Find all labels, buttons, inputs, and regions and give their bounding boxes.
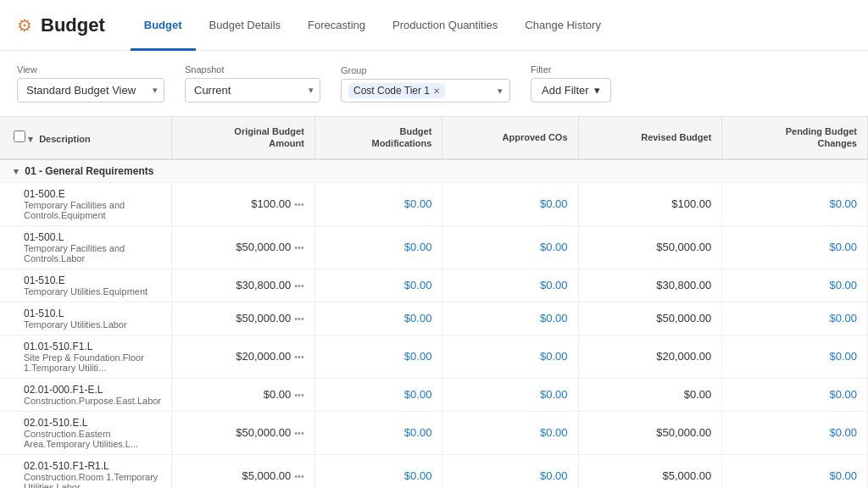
expand-all-icon[interactable]: ▾ <box>28 134 33 144</box>
row-description: 01-510.L Temporary Utilities.Labor <box>0 302 172 335</box>
row-original: $50,000.00 ••• <box>172 225 315 269</box>
snapshot-control: Snapshot Current ▾ <box>185 64 320 103</box>
row-desc: Site Prep & Foundation.Floor 1.Temporary… <box>24 352 161 373</box>
logo-icon: ⚙ <box>17 15 32 36</box>
row-revised: $50,000.00 <box>578 302 722 335</box>
row-cos: $0.00 <box>442 269 578 302</box>
row-more-icon[interactable]: ••• <box>294 199 304 209</box>
controls-bar: View Standard Budget View ▾ Snapshot Cur… <box>0 51 868 117</box>
nav-item-production-quantities[interactable]: Production Quantities <box>379 10 511 40</box>
view-select[interactable]: Standard Budget View <box>17 78 164 103</box>
row-revised: $5,000.00 <box>578 454 722 488</box>
row-original: $5,000.00 ••• <box>172 454 315 488</box>
row-pending: $0.00 <box>722 302 868 335</box>
group-tag-close-icon[interactable]: ✕ <box>433 86 440 96</box>
revised-budget-col-header: Revised Budget <box>578 117 722 159</box>
approved-cos-col-header: Approved COs <box>442 117 578 159</box>
group-label-01: ▾ 01 - General Requirements <box>0 159 868 183</box>
row-pending: $0.00 <box>722 225 868 269</box>
filter-arrow-icon: ▾ <box>594 84 600 97</box>
row-cos: $0.00 <box>442 182 578 225</box>
row-description: 01.01-510.F1.L Site Prep & Foundation.Fl… <box>0 335 172 378</box>
row-revised: $30,800.00 <box>578 269 722 302</box>
filter-control: Filter Add Filter ▾ <box>531 64 611 103</box>
budget-table-container: ▾ Description Original BudgetAmount Budg… <box>0 117 868 488</box>
table-row: 02.01-510.E.L Construction.Eastern Area.… <box>0 411 868 454</box>
row-more-icon[interactable]: ••• <box>294 280 304 291</box>
row-pending: $0.00 <box>722 269 868 302</box>
select-all-checkbox[interactable] <box>14 130 25 142</box>
group-tag-container[interactable]: Cost Code Tier 1 ✕ ▾ <box>341 79 510 103</box>
row-cos: $0.00 <box>442 302 578 335</box>
row-pending: $0.00 <box>722 454 868 488</box>
row-more-icon[interactable]: ••• <box>294 390 304 400</box>
row-revised: $20,000.00 <box>578 335 722 378</box>
row-original: $50,000.00 ••• <box>172 302 315 335</box>
row-pending: $0.00 <box>722 182 868 225</box>
table-row: 01-500.L Temporary Facilities and Contro… <box>0 225 868 269</box>
row-desc: Construction.Purpose.East.Labor <box>24 396 161 406</box>
row-more-icon[interactable]: ••• <box>294 352 304 362</box>
row-more-icon[interactable]: ••• <box>294 313 304 324</box>
group-select-arrow-icon: ▾ <box>498 86 503 97</box>
row-more-icon[interactable]: ••• <box>294 471 304 481</box>
row-cos: $0.00 <box>442 454 578 488</box>
original-budget-col-header: Original BudgetAmount <box>172 117 315 159</box>
row-code: 02.01-510.E.L <box>24 417 161 429</box>
row-more-icon[interactable]: ••• <box>294 428 304 438</box>
row-original: $30,800.00 ••• <box>172 269 315 302</box>
group-row-01: ▾ 01 - General Requirements <box>0 159 868 183</box>
main-nav: Budget Budget Details Forecasting Produc… <box>131 10 615 40</box>
row-mods: $0.00 <box>314 225 442 269</box>
filter-label: Filter <box>531 64 611 75</box>
row-code: 01-500.L <box>24 231 161 243</box>
snapshot-select-wrapper: Current ▾ <box>185 78 320 103</box>
row-description: 02.01-510.F1-R1.L Construction.Room 1.Te… <box>0 454 172 488</box>
description-col-header: Description <box>39 134 91 144</box>
table-row: 01.01-510.F1.L Site Prep & Foundation.Fl… <box>0 335 868 378</box>
row-pending: $0.00 <box>722 411 868 454</box>
row-cos: $0.00 <box>442 225 578 269</box>
row-mods: $0.00 <box>314 411 442 454</box>
row-cos: $0.00 <box>442 378 578 411</box>
row-revised: $50,000.00 <box>578 225 722 269</box>
table-row: 02.01-000.F1-E.L Construction.Purpose.Ea… <box>0 378 868 411</box>
nav-item-change-history[interactable]: Change History <box>511 10 615 40</box>
nav-item-budget-details[interactable]: Budget Details <box>196 10 295 40</box>
row-cos: $0.00 <box>442 411 578 454</box>
row-description: 01-500.L Temporary Facilities and Contro… <box>0 225 172 269</box>
row-code: 01.01-510.F1.L <box>24 341 161 352</box>
row-mods: $0.00 <box>314 454 442 488</box>
row-description: 01-510.E Temporary Utilities.Equipment <box>0 269 172 302</box>
budget-table: ▾ Description Original BudgetAmount Budg… <box>0 117 868 488</box>
nav-item-budget[interactable]: Budget <box>131 10 196 40</box>
row-desc: Temporary Utilities.Labor <box>24 319 161 330</box>
view-select-wrapper: Standard Budget View ▾ <box>17 78 164 103</box>
row-more-icon[interactable]: ••• <box>294 242 304 252</box>
row-original: $0.00 ••• <box>172 378 315 411</box>
row-pending: $0.00 <box>722 378 868 411</box>
row-revised: $50,000.00 <box>578 411 722 454</box>
row-mods: $0.00 <box>314 378 442 411</box>
row-pending: $0.00 <box>722 335 868 378</box>
row-cos: $0.00 <box>442 335 578 378</box>
row-mods: $0.00 <box>314 269 442 302</box>
budget-mods-col-header: BudgetModifications <box>314 117 442 159</box>
snapshot-select[interactable]: Current <box>185 78 320 103</box>
pending-budget-col-header: Pending BudgetChanges <box>722 117 868 159</box>
row-mods: $0.00 <box>314 302 442 335</box>
header: ⚙ Budget Budget Budget Details Forecasti… <box>0 0 868 51</box>
table-header-row: ▾ Description Original BudgetAmount Budg… <box>0 117 868 159</box>
row-description: 02.01-510.E.L Construction.Eastern Area.… <box>0 411 172 454</box>
table-row: 01-500.E Temporary Facilities and Contro… <box>0 182 868 225</box>
nav-item-forecasting[interactable]: Forecasting <box>294 10 379 40</box>
group-expand-icon[interactable]: ▾ <box>14 166 19 176</box>
row-mods: $0.00 <box>314 182 442 225</box>
row-original: $20,000.00 ••• <box>172 335 315 378</box>
row-code: 01-500.E <box>24 188 161 200</box>
row-desc: Temporary Facilities and Controls.Equipm… <box>24 200 161 220</box>
row-code: 02.01-510.F1-R1.L <box>24 460 161 472</box>
group-tag-label: Cost Code Tier 1 <box>353 85 430 97</box>
add-filter-button[interactable]: Add Filter ▾ <box>531 78 611 103</box>
view-label: View <box>17 64 164 75</box>
